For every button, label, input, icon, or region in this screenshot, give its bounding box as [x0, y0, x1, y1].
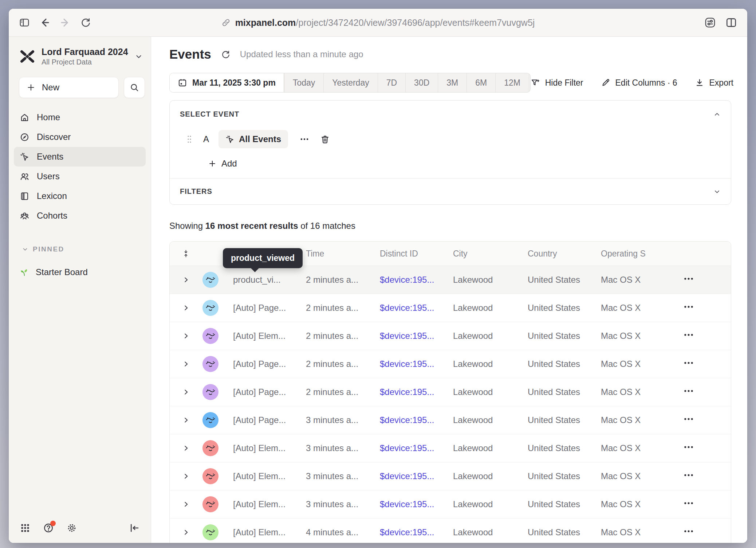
range-12m[interactable]: 12M: [495, 73, 529, 92]
browser-window: mixpanel.com/project/3472420/view/397469…: [9, 9, 747, 543]
cell-event: product_vi...: [233, 275, 306, 285]
column-header-time[interactable]: Time: [306, 249, 380, 259]
edit-columns-label: Edit Columns · 6: [615, 78, 677, 88]
chevron-down-icon[interactable]: [713, 188, 721, 195]
column-header-country[interactable]: Country: [528, 249, 601, 259]
table-row[interactable]: [Auto] Page... 3 minutes a... $device:19…: [170, 406, 731, 434]
cell-distinct-id[interactable]: $device:195...: [380, 387, 453, 397]
all-events-chip[interactable]: All Events: [218, 130, 288, 148]
sidebar-item-home[interactable]: Home: [14, 107, 146, 127]
cell-distinct-id[interactable]: $device:195...: [380, 303, 453, 313]
row-actions-button[interactable]: [682, 385, 695, 397]
row-expand-icon[interactable]: [182, 360, 190, 368]
table-row[interactable]: [Auto] Elem... 2 minutes a... $device:19…: [170, 322, 731, 350]
reload-icon[interactable]: [80, 17, 91, 28]
cell-distinct-id[interactable]: $device:195...: [380, 331, 453, 341]
cell-os: Mac OS X: [601, 331, 681, 341]
browser-sidebar-toggle-icon[interactable]: [19, 17, 30, 28]
sidebar-item-lexicon[interactable]: Lexicon: [14, 186, 146, 206]
table-row[interactable]: [Auto] Elem... 3 minutes a... $device:19…: [170, 434, 731, 462]
trash-icon[interactable]: [320, 134, 330, 144]
sidebar-item-events[interactable]: Events: [14, 147, 146, 167]
cell-distinct-id[interactable]: $device:195...: [380, 471, 453, 481]
apps-grid-icon[interactable]: [20, 522, 31, 533]
event-options-button[interactable]: [299, 134, 310, 145]
chevron-up-icon[interactable]: [713, 111, 721, 118]
pinned-section-header[interactable]: PINNED: [22, 245, 151, 253]
row-expand-icon[interactable]: [182, 528, 190, 536]
column-header-city[interactable]: City: [453, 249, 528, 259]
range-today[interactable]: Today: [284, 73, 323, 92]
table-row[interactable]: [Auto] Page... 2 minutes a... $device:19…: [170, 294, 731, 322]
row-expand-icon[interactable]: [182, 444, 190, 452]
row-expand-icon[interactable]: [182, 304, 190, 312]
event-avatar: [202, 272, 218, 288]
add-label: Add: [221, 158, 237, 169]
add-event-button[interactable]: Add: [208, 158, 721, 169]
range-7d[interactable]: 7D: [378, 73, 405, 92]
row-actions-button[interactable]: [682, 301, 695, 313]
row-expand-icon[interactable]: [182, 276, 190, 284]
table-row[interactable]: [Auto] Elem... 4 minutes a... $device:19…: [170, 518, 731, 543]
column-header-os[interactable]: Operating S: [601, 249, 681, 259]
refresh-icon[interactable]: [221, 50, 231, 59]
address-bar[interactable]: mixpanel.com/project/3472420/view/397469…: [221, 17, 535, 28]
row-actions-button[interactable]: [682, 497, 695, 509]
drag-handle-icon[interactable]: [186, 134, 192, 144]
cell-city: Lakewood: [453, 275, 528, 285]
column-header-distinct-id[interactable]: Distinct ID: [380, 249, 453, 259]
collapse-all-icon[interactable]: [182, 249, 190, 258]
range-30d[interactable]: 30D: [405, 73, 438, 92]
search-button[interactable]: [124, 77, 145, 98]
new-button[interactable]: New: [19, 77, 119, 98]
sidebar-item-cohorts[interactable]: Cohorts: [14, 206, 146, 226]
hide-filter-button[interactable]: Hide Filter: [531, 78, 583, 88]
row-actions-button[interactable]: [682, 441, 695, 453]
project-switcher[interactable]: Lord Farquaad 2024 All Project Data: [19, 46, 143, 67]
sidebar-item-users[interactable]: Users: [14, 167, 146, 186]
split-view-icon[interactable]: [725, 17, 737, 28]
event-avatar: [202, 384, 218, 400]
cell-distinct-id[interactable]: $device:195...: [380, 527, 453, 537]
cell-distinct-id[interactable]: $device:195...: [380, 275, 453, 285]
collapse-sidebar-icon[interactable]: [129, 522, 140, 533]
sidebar-item-discover[interactable]: Discover: [14, 127, 146, 147]
date-picker-button[interactable]: Mar 11, 2025 3:30 pm: [170, 73, 284, 92]
sidebar-item-starter-board[interactable]: Starter Board: [14, 263, 146, 282]
cohorts-icon: [20, 211, 29, 221]
event-avatar: [202, 440, 218, 456]
table-row[interactable]: [Auto] Page... 2 minutes a... $device:19…: [170, 350, 731, 378]
range-6m[interactable]: 6M: [466, 73, 495, 92]
row-expand-icon[interactable]: [182, 472, 190, 480]
back-icon[interactable]: [39, 17, 50, 28]
cell-distinct-id[interactable]: $device:195...: [380, 415, 453, 425]
row-actions-button[interactable]: [682, 413, 695, 425]
table-row[interactable]: [Auto] Elem... 3 minutes a... $device:19…: [170, 462, 731, 490]
table-row[interactable]: [Auto] Elem... 3 minutes a... $device:19…: [170, 490, 731, 518]
forward-icon[interactable]: [60, 17, 71, 28]
page-settings-icon[interactable]: [704, 17, 716, 28]
row-actions-button[interactable]: [682, 273, 695, 285]
cell-time: 2 minutes a...: [306, 359, 380, 369]
cell-country: United States: [528, 415, 601, 425]
row-expand-icon[interactable]: [182, 388, 190, 396]
cell-os: Mac OS X: [601, 499, 681, 509]
range-yesterday[interactable]: Yesterday: [323, 73, 377, 92]
row-expand-icon[interactable]: [182, 332, 190, 340]
range-3m[interactable]: 3M: [438, 73, 466, 92]
gear-icon[interactable]: [66, 522, 77, 533]
help-button[interactable]: [43, 522, 54, 533]
row-expand-icon[interactable]: [182, 500, 190, 508]
row-actions-button[interactable]: [682, 525, 695, 537]
row-actions-button[interactable]: [682, 329, 695, 341]
row-expand-icon[interactable]: [182, 416, 190, 424]
export-button[interactable]: Export: [695, 78, 733, 88]
cell-distinct-id[interactable]: $device:195...: [380, 359, 453, 369]
cell-distinct-id[interactable]: $device:195...: [380, 499, 453, 509]
row-actions-button[interactable]: [682, 357, 695, 369]
row-actions-button[interactable]: [682, 469, 695, 481]
edit-columns-button[interactable]: Edit Columns · 6: [601, 78, 677, 88]
table-row[interactable]: [Auto] Page... 2 minutes a... $device:19…: [170, 378, 731, 406]
cell-os: Mac OS X: [601, 527, 681, 537]
cell-distinct-id[interactable]: $device:195...: [380, 443, 453, 453]
